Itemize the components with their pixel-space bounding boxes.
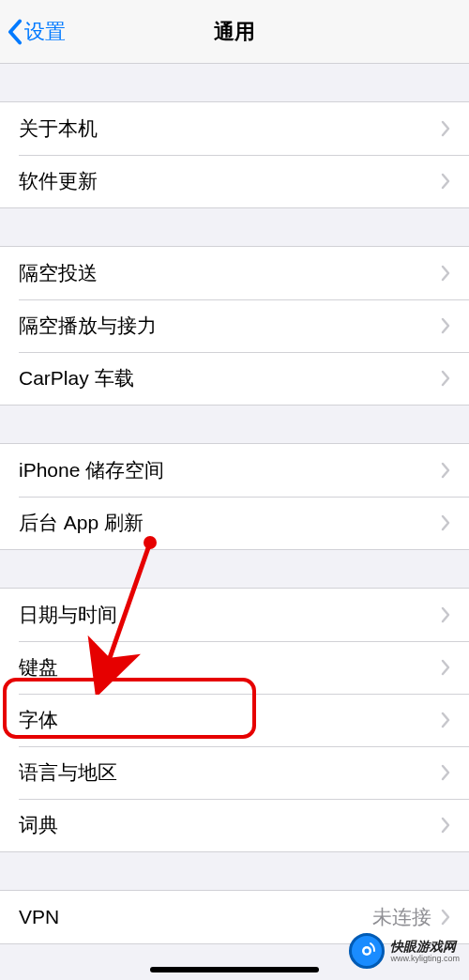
row-label: iPhone 储存空间 [19,457,441,483]
row-label: 日期与时间 [19,602,441,628]
home-indicator [150,967,319,972]
chevron-left-icon [8,19,23,45]
chevron-right-icon [441,514,450,531]
row-keyboard[interactable]: 键盘 [0,641,469,694]
chevron-right-icon [441,909,450,926]
chevron-right-icon [441,462,450,479]
watermark: 快眼游戏网 www.kyligting.com [349,933,460,969]
row-date-time[interactable]: 日期与时间 [0,589,469,641]
chevron-right-icon [441,317,450,334]
back-label: 设置 [24,18,66,46]
chevron-right-icon [441,817,450,834]
row-iphone-storage[interactable]: iPhone 储存空间 [0,444,469,497]
svg-point-3 [365,949,370,954]
row-carplay[interactable]: CarPlay 车载 [0,352,469,405]
row-label: 后台 App 刷新 [19,510,441,536]
row-label: 词典 [19,812,441,838]
row-label: 字体 [19,707,441,733]
row-label: 关于本机 [19,115,441,142]
row-software-update[interactable]: 软件更新 [0,155,469,207]
chevron-right-icon [441,606,450,623]
row-background-app-refresh[interactable]: 后台 App 刷新 [0,497,469,549]
chevron-right-icon [441,173,450,190]
row-label: CarPlay 车载 [19,365,441,391]
row-label: VPN [19,906,372,928]
row-dictionary[interactable]: 词典 [0,799,469,851]
row-value: 未连接 [372,904,431,930]
section-about: 关于本机 软件更新 [0,101,469,208]
section-storage: iPhone 储存空间 后台 App 刷新 [0,443,469,550]
row-fonts[interactable]: 字体 [0,694,469,746]
row-label: 隔空播放与接力 [19,313,441,339]
back-button[interactable]: 设置 [0,18,66,46]
section-airdrop: 隔空投送 隔空播放与接力 CarPlay 车载 [0,246,469,406]
section-general-settings: 日期与时间 键盘 字体 语言与地区 词典 [0,588,469,852]
watermark-logo-icon [349,933,385,969]
row-label: 语言与地区 [19,759,441,786]
watermark-title: 快眼游戏网 [390,940,460,953]
chevron-right-icon [441,370,450,387]
chevron-right-icon [441,120,450,137]
chevron-right-icon [441,712,450,728]
row-language-region[interactable]: 语言与地区 [0,746,469,799]
row-label: 键盘 [19,654,441,681]
row-airplay-handoff[interactable]: 隔空播放与接力 [0,299,469,352]
chevron-right-icon [441,265,450,282]
row-label: 隔空投送 [19,260,441,286]
row-label: 软件更新 [19,168,441,194]
navigation-bar: 设置 通用 [0,0,469,64]
watermark-url: www.kyligting.com [390,955,460,963]
row-airdrop[interactable]: 隔空投送 [0,247,469,299]
chevron-right-icon [441,764,450,781]
chevron-right-icon [441,659,450,676]
row-about[interactable]: 关于本机 [0,102,469,155]
page-title: 通用 [214,18,255,46]
